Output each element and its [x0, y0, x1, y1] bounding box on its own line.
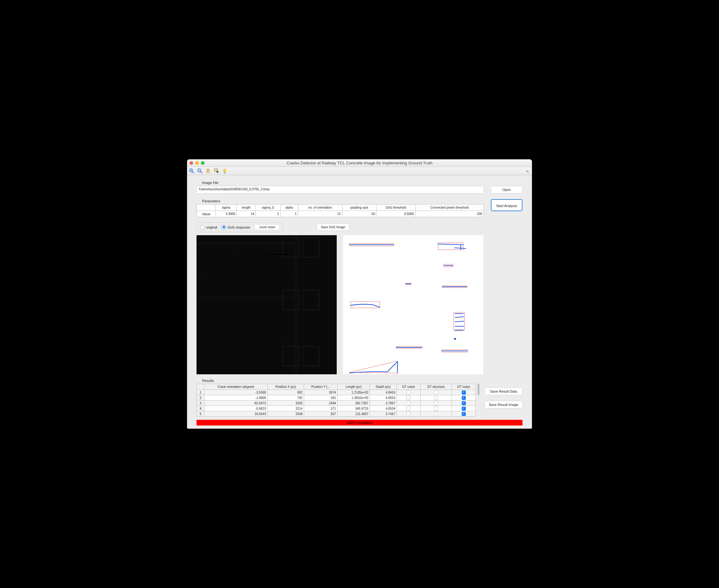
- toolbar-expand-icon[interactable]: ↘: [526, 169, 530, 173]
- radio-dog-response[interactable]: DoG response: [221, 225, 250, 230]
- app-window: Cracks Detector of Railway TCL Concrete …: [187, 159, 532, 429]
- results-scrollbar[interactable]: [478, 384, 479, 395]
- gt-noise-checkbox[interactable]: [462, 396, 466, 400]
- detection-result-panel[interactable]: [343, 235, 483, 374]
- data-cursor-icon[interactable]: [214, 168, 219, 174]
- gt-noise-checkbox[interactable]: [462, 406, 466, 411]
- result-pos-y: 2494: [304, 401, 337, 406]
- dog-response-panel[interactable]: [197, 235, 337, 374]
- result-pos-x: 3339: [267, 411, 304, 417]
- gt-structure-checkbox[interactable]: [434, 391, 438, 395]
- pan-icon[interactable]: [205, 168, 211, 174]
- result-depth: 4.8416: [370, 390, 397, 395]
- gt-crack-checkbox[interactable]: [406, 391, 411, 395]
- gt-structure-checkbox[interactable]: [434, 396, 438, 400]
- result-pos-y: 371: [304, 406, 337, 411]
- result-orientation: -82.5873: [204, 401, 268, 406]
- results-table[interactable]: Crack orientation (degree) Position X (p…: [197, 384, 476, 417]
- result-length: 345.9719: [337, 406, 370, 411]
- result-row-number: 3: [197, 401, 204, 406]
- svg-line-5: [201, 171, 202, 173]
- param-length[interactable]: 14: [237, 211, 256, 217]
- open-button[interactable]: Open: [491, 186, 522, 193]
- result-depth: 3.7447: [370, 411, 397, 417]
- result-pos-x: 792: [267, 395, 304, 401]
- gt-noise-checkbox[interactable]: [462, 391, 466, 395]
- results-label: Results: [202, 379, 476, 382]
- result-depth: 3.7897: [370, 401, 397, 406]
- window-title: Cracks Detector of Railway TCL Concrete …: [187, 161, 532, 165]
- gt-structure-checkbox[interactable]: [434, 406, 438, 411]
- parameters-table[interactable]: sigma length sigma_0 alpha no. of orient…: [197, 204, 484, 217]
- image-file-path[interactable]: /Users/eunchurn/data/024856/1/60_0.0755_…: [197, 186, 484, 193]
- param-row-label: Value: [197, 211, 216, 217]
- save-result-data-button[interactable]: Save Result Data: [484, 387, 522, 395]
- result-orientation: -0.6623: [204, 406, 268, 411]
- content-area: Image File /Users/eunchurn/data/024856/1…: [187, 175, 532, 429]
- gt-crack-checkbox[interactable]: [406, 401, 411, 405]
- view-mode-group: original DoG response zoom reset: [197, 222, 283, 232]
- zoom-out-icon[interactable]: [197, 168, 203, 174]
- result-row-number: 2: [197, 395, 204, 401]
- svg-point-28: [455, 338, 456, 339]
- result-length: 392.7357: [337, 401, 370, 406]
- param-alpha[interactable]: 1: [280, 211, 298, 217]
- result-pos-y: 3974: [304, 390, 337, 395]
- progress-text: 100% (complete): [346, 421, 373, 424]
- gt-noise-checkbox[interactable]: [462, 412, 466, 416]
- gt-crack-checkbox[interactable]: [406, 406, 411, 411]
- save-result-image-button[interactable]: Save Result Image: [484, 401, 522, 408]
- result-length: 1.3502e+03: [337, 395, 370, 401]
- zoom-reset-button[interactable]: zoom reset: [255, 224, 279, 230]
- toolbar: ↘: [187, 167, 532, 175]
- result-length: 115.3807: [337, 411, 370, 417]
- gt-structure-checkbox[interactable]: [434, 401, 438, 405]
- save-dog-image-button[interactable]: Save DoG Image: [317, 224, 349, 231]
- param-noorient[interactable]: 12: [298, 211, 342, 217]
- result-depth: 4.6553: [370, 395, 397, 401]
- result-pos-x: 3214: [267, 406, 304, 411]
- zoom-in-icon[interactable]: [189, 168, 195, 174]
- param-padding[interactable]: 50: [342, 211, 377, 217]
- result-pos-y: 507: [304, 411, 337, 417]
- titlebar: Cracks Detector of Railway TCL Concrete …: [187, 159, 532, 167]
- parameters-label: Parameters: [202, 199, 484, 203]
- result-row-number: 1: [197, 390, 204, 395]
- param-sigma0[interactable]: 2: [256, 211, 280, 217]
- param-sigma[interactable]: 3.3000: [216, 211, 237, 217]
- result-row-number: 5: [197, 411, 204, 417]
- gt-noise-checkbox[interactable]: [462, 401, 466, 405]
- progress-bar: 100% (complete): [197, 420, 522, 425]
- gt-structure-checkbox[interactable]: [434, 412, 438, 416]
- gt-crack-checkbox[interactable]: [406, 396, 411, 400]
- start-analysis-button[interactable]: Start Analysis: [491, 199, 522, 211]
- result-row-number: 4: [197, 406, 204, 411]
- svg-rect-10: [197, 235, 337, 374]
- radio-original[interactable]: original: [200, 225, 217, 230]
- image-file-label: Image File: [202, 181, 522, 185]
- window-controls: [189, 161, 204, 165]
- result-pos-x: 3333: [267, 401, 304, 406]
- close-icon[interactable]: [189, 161, 193, 165]
- result-depth: 4.0534: [370, 406, 397, 411]
- param-dogthresh[interactable]: 0.5000: [377, 211, 416, 217]
- result-length: 1.2105e+03: [337, 390, 370, 395]
- result-pos-x: 892: [267, 390, 304, 395]
- svg-line-1: [193, 171, 194, 173]
- maximize-icon[interactable]: [201, 161, 204, 165]
- result-pos-y: 281: [304, 395, 337, 401]
- result-orientation: 16.6543: [204, 411, 268, 417]
- param-connthresh[interactable]: 200: [415, 211, 483, 217]
- result-orientation: -3.5590: [204, 390, 268, 395]
- svg-rect-17: [343, 235, 483, 374]
- light-bulb-icon[interactable]: [222, 168, 227, 174]
- minimize-icon[interactable]: [195, 161, 199, 165]
- gt-crack-checkbox[interactable]: [406, 412, 411, 416]
- result-orientation: -1.0609: [204, 395, 268, 401]
